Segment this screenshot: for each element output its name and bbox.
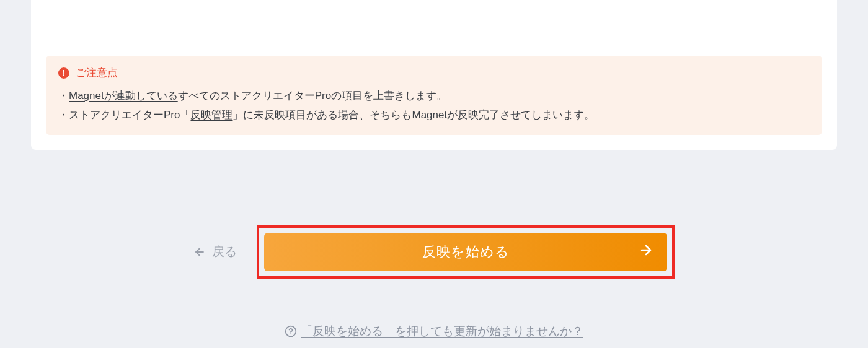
notice-line2-prefix: ・ストアクリエイターPro「	[58, 109, 190, 121]
back-label: 戻る	[212, 243, 237, 260]
notice-body: ・Magnetが連動しているすべてのストアクリエイターProの項目を上書きします…	[58, 86, 810, 125]
notice-line-2: ・ストアクリエイターPro「反映管理」に未反映項目がある場合、そちらもMagne…	[58, 105, 810, 124]
arrow-left-icon	[193, 246, 206, 258]
question-circle-icon	[285, 325, 297, 337]
notice-line2-suffix: 」に未反映項目がある場合、そちらもMagnetが反映完了させてしまいます。	[232, 109, 595, 121]
notice-title: ご注意点	[76, 66, 118, 80]
notice-line1-suffix: すべてのストアクリエイターProの項目を上書きします。	[178, 90, 447, 102]
notice-header: ! ご注意点	[58, 66, 810, 80]
notice-line-1: ・Magnetが連動しているすべてのストアクリエイターProの項目を上書きします…	[58, 86, 810, 105]
notice-line2-underlined: 反映管理	[190, 109, 232, 121]
start-reflection-button[interactable]: 反映を始める	[264, 233, 667, 271]
actions-row: 戻る 反映を始める	[0, 225, 868, 279]
content-card: ! ご注意点 ・Magnetが連動しているすべてのストアクリエイターProの項目…	[31, 0, 837, 150]
notice-line1-underlined: Magnetが連動している	[69, 90, 178, 102]
primary-button-highlight: 反映を始める	[257, 225, 675, 279]
arrow-right-icon	[639, 243, 653, 261]
notice-line1-prefix: ・	[58, 90, 69, 102]
card-spacer	[46, 0, 822, 56]
primary-button-label: 反映を始める	[422, 243, 510, 261]
help-row: 「反映を始める」を押しても更新が始まりませんか？	[0, 323, 868, 340]
notice-box: ! ご注意点 ・Magnetが連動しているすべてのストアクリエイターProの項目…	[46, 56, 822, 135]
alert-icon: !	[58, 67, 69, 79]
help-link[interactable]: 「反映を始める」を押しても更新が始まりませんか？	[285, 323, 583, 339]
back-button[interactable]: 戻る	[193, 243, 237, 260]
help-link-text: 「反映を始める」を押しても更新が始まりませんか？	[301, 323, 583, 339]
